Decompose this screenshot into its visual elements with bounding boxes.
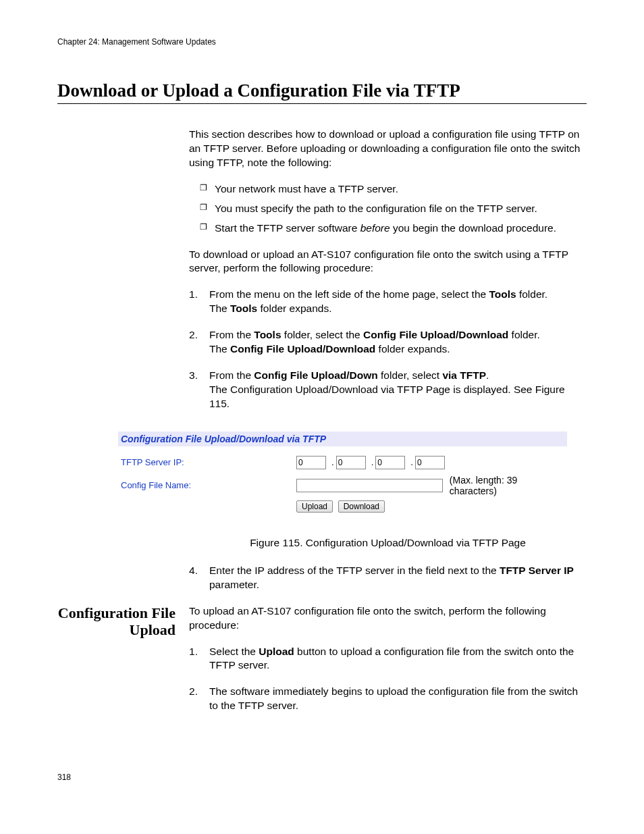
procedure-list-continued: Enter the IP address of the TFTP server …: [189, 564, 587, 592]
config-file-name-input[interactable]: [296, 479, 443, 492]
text: you begin the download procedure.: [390, 222, 556, 234]
list-item: The software immediately begins to uploa…: [189, 685, 587, 713]
list-item: From the Tools folder, select the Config…: [189, 328, 587, 357]
text-bold: Tools: [254, 329, 281, 340]
text: The: [209, 343, 230, 355]
text: From the: [209, 329, 254, 340]
text: folder, select: [378, 369, 443, 381]
ip-octet-3[interactable]: [375, 456, 405, 469]
text: From the menu on the left side of the ho…: [209, 288, 489, 300]
list-item: From the menu on the left side of the ho…: [189, 288, 587, 316]
intro-paragraph: This section describes how to download o…: [189, 128, 587, 170]
text-bold: Tools: [230, 303, 257, 314]
text: The: [209, 303, 230, 314]
list-item: Your network must have a TFTP server.: [200, 182, 587, 197]
ip-dot: .: [326, 457, 336, 467]
text-bold: TFTP Server IP: [500, 565, 574, 576]
text-bold: Config File Upload/Down: [254, 369, 377, 381]
text-bold: Config File Upload/Download: [363, 329, 508, 340]
max-length-hint: (Max. length: 39 characters): [450, 475, 564, 496]
text: folder.: [516, 288, 548, 300]
notes-list: Your network must have a TFTP server. Yo…: [189, 182, 587, 236]
text: parameter.: [209, 579, 259, 590]
side-heading: Configuration File Upload: [57, 604, 189, 726]
chapter-header: Chapter 24: Management Software Updates: [57, 37, 587, 47]
text: From the: [209, 369, 254, 381]
text-bold: Upload: [259, 646, 294, 657]
ip-dot: .: [366, 457, 376, 467]
config-file-name-label: Config File Name:: [121, 480, 296, 490]
lead-paragraph: To download or upload an AT-S107 configu…: [189, 248, 587, 276]
list-item: From the Config File Upload/Down folder,…: [189, 369, 587, 411]
page-title: Download or Upload a Configuration File …: [57, 80, 587, 104]
text: folder, select the: [281, 329, 364, 340]
figure-caption: Figure 115. Configuration Upload/Downloa…: [189, 537, 587, 549]
text: Enter the IP address of the TFTP server …: [209, 565, 500, 576]
list-item: Enter the IP address of the TFTP server …: [189, 564, 587, 592]
figure-screenshot: Configuration File Upload/Download via T…: [118, 432, 567, 518]
text-italic: before: [360, 222, 390, 234]
list-item: Start the TFTP server software before yo…: [200, 221, 587, 236]
figure-header: Configuration File Upload/Download via T…: [118, 432, 567, 446]
text: folder.: [508, 329, 540, 340]
download-button[interactable]: Download: [338, 500, 385, 513]
list-item: You must specify the path to the configu…: [200, 202, 587, 216]
ip-octet-1[interactable]: [296, 456, 326, 469]
ip-octet-2[interactable]: [336, 456, 366, 469]
tftp-ip-label: TFTP Server IP:: [121, 457, 296, 467]
upload-button[interactable]: Upload: [296, 500, 333, 513]
text: Select the: [209, 646, 259, 657]
procedure-list: From the menu on the left side of the ho…: [189, 288, 587, 411]
text: The Configuration Upload/Download via TF…: [209, 384, 565, 409]
ip-octet-4[interactable]: [415, 456, 445, 469]
upload-procedure-list: Select the Upload button to upload a con…: [189, 645, 587, 714]
ip-dot: .: [405, 457, 415, 467]
side-intro: To upload an AT-S107 configuration file …: [189, 604, 587, 633]
text: .: [486, 369, 489, 381]
text-bold: Config File Upload/Download: [230, 343, 375, 355]
text: folder expands.: [375, 343, 450, 355]
text-bold: Tools: [489, 288, 516, 300]
text: Start the TFTP server software: [215, 222, 360, 234]
text-bold: via TFTP: [442, 369, 486, 381]
text: folder expands.: [257, 303, 331, 314]
page-number: 318: [57, 773, 587, 782]
list-item: Select the Upload button to upload a con…: [189, 645, 587, 673]
